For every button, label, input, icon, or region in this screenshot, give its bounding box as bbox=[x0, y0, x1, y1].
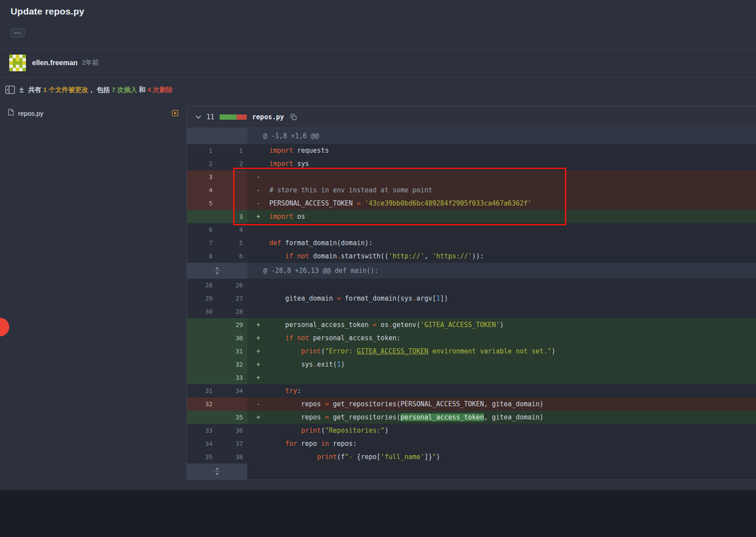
line-number-old[interactable]: 34 bbox=[187, 437, 217, 450]
copy-path-icon[interactable] bbox=[290, 114, 297, 121]
page-bottom-gap bbox=[0, 490, 756, 537]
line-number-new[interactable]: 2 bbox=[217, 157, 247, 170]
diff-row-hunk: @ -1,8 +1,6 @@ bbox=[187, 128, 756, 144]
diff-row-del: 32- repos = get_repositories(PERSONAL_AC… bbox=[187, 397, 756, 411]
line-number-new[interactable] bbox=[217, 170, 247, 184]
line-number-old[interactable]: 1 bbox=[187, 144, 217, 157]
line-number-new[interactable]: 36 bbox=[217, 424, 247, 437]
diff-row-ctx: 22import sys bbox=[187, 157, 756, 170]
line-number-old[interactable]: 2 bbox=[187, 157, 217, 170]
sidebar-file-item[interactable]: repos.py bbox=[5, 106, 182, 121]
code-line bbox=[269, 279, 756, 292]
hunk-header-text bbox=[247, 463, 756, 479]
stats-prefix: 共有 bbox=[28, 86, 43, 93]
diff-sign: + bbox=[247, 345, 269, 358]
line-number-new[interactable]: 38 bbox=[217, 450, 247, 463]
code-line: if not personal_access_token: bbox=[269, 331, 756, 345]
line-number-new[interactable]: 4 bbox=[217, 223, 247, 236]
file-tree-sidebar: repos.py bbox=[0, 106, 187, 121]
line-number-old[interactable]: 4 bbox=[187, 184, 217, 197]
line-number-new[interactable]: 29 bbox=[217, 318, 247, 331]
code-line bbox=[269, 223, 756, 236]
diff-sign bbox=[247, 144, 269, 157]
line-number-old[interactable] bbox=[187, 371, 217, 384]
diff-row-ctx: 3028 bbox=[187, 305, 756, 318]
line-number-new[interactable]: 34 bbox=[217, 384, 247, 397]
diff-sign bbox=[247, 250, 269, 263]
code-line: # store this in env instead at some poin… bbox=[269, 184, 756, 197]
line-number-old[interactable]: 32 bbox=[187, 397, 217, 411]
line-number-old[interactable] bbox=[187, 411, 217, 424]
code-line: import requests bbox=[269, 144, 756, 157]
line-number-old[interactable]: 5 bbox=[187, 197, 217, 210]
line-number-old[interactable]: 3 bbox=[187, 170, 217, 184]
line-number-old[interactable]: 35 bbox=[187, 450, 217, 463]
code-line: PERSONAL_ACCESS_TOKEN = '43ce39bb0bd6bc4… bbox=[269, 197, 756, 210]
code-line: repos = get_repositories(personal_access… bbox=[269, 411, 756, 424]
line-number-old[interactable]: 7 bbox=[187, 236, 217, 250]
diff-row-ctx: 86 if not domain.startswith(('http://', … bbox=[187, 250, 756, 263]
plus-minus-icon: ± bbox=[19, 85, 24, 95]
diff-row-ctx: 11import requests bbox=[187, 144, 756, 157]
file-tree-toggle-icon[interactable] bbox=[5, 85, 15, 94]
line-number-old[interactable] bbox=[187, 210, 217, 223]
commit-meta-row: ellen.freeman 2年前 bbox=[0, 48, 756, 77]
code-line bbox=[269, 371, 756, 384]
diff-panel: 11 repos.py @ -1,8 +1,6 @@11import reque… bbox=[187, 106, 756, 480]
diff-sign bbox=[247, 157, 269, 170]
line-number-old[interactable]: 29 bbox=[187, 292, 217, 305]
diff-row-del: 5-PERSONAL_ACCESS_TOKEN = '43ce39bb0bd6b… bbox=[187, 197, 756, 210]
line-number-new[interactable]: 35 bbox=[217, 411, 247, 424]
line-number-old[interactable] bbox=[187, 345, 217, 358]
line-number-new[interactable]: 30 bbox=[217, 331, 247, 345]
line-number-old[interactable]: 8 bbox=[187, 250, 217, 263]
diff-row-del: 3- bbox=[187, 170, 756, 184]
line-number-new[interactable]: 27 bbox=[217, 292, 247, 305]
line-number-new[interactable] bbox=[217, 197, 247, 210]
line-number-new[interactable] bbox=[217, 184, 247, 197]
diff-row-ctx: 3538 print(f"- {repo['full_name']}") bbox=[187, 450, 756, 463]
line-number-old[interactable] bbox=[187, 358, 217, 371]
line-number-new[interactable]: 28 bbox=[217, 305, 247, 318]
line-number-new[interactable]: 5 bbox=[217, 236, 247, 250]
stats-files-changed: 1 个文件被更改 bbox=[43, 86, 88, 93]
line-number-new[interactable]: 6 bbox=[217, 250, 247, 263]
diff-sign bbox=[247, 279, 269, 292]
line-number-new[interactable]: 1 bbox=[217, 144, 247, 157]
diff-row-add: 33+ bbox=[187, 371, 756, 384]
expand-lines-icon[interactable] bbox=[187, 263, 247, 279]
expand-lines-icon[interactable] bbox=[187, 463, 247, 479]
more-button[interactable]: ··· bbox=[11, 28, 25, 37]
page-title: Update repos.py bbox=[11, 6, 745, 17]
commit-author[interactable]: ellen.freeman bbox=[32, 59, 77, 67]
code-line bbox=[269, 305, 756, 318]
line-number-new[interactable]: 3 bbox=[217, 210, 247, 223]
code-line: if not domain.startswith(('http://', 'ht… bbox=[269, 250, 756, 263]
line-number-old[interactable]: 33 bbox=[187, 424, 217, 437]
diff-sign bbox=[247, 424, 269, 437]
line-number-old[interactable] bbox=[187, 331, 217, 345]
line-number-new[interactable]: 32 bbox=[217, 358, 247, 371]
diff-sign: + bbox=[247, 331, 269, 345]
diff-sign bbox=[247, 450, 269, 463]
diff-sign: + bbox=[247, 411, 269, 424]
line-number-new[interactable]: 33 bbox=[217, 371, 247, 384]
line-number-old[interactable]: 6 bbox=[187, 223, 217, 236]
diff-row-add: 31+ print("Error: GITEA_ACCESS_TOKEN env… bbox=[187, 345, 756, 358]
diff-stats-bar: ± 共有 1 个文件被更改， 包括 7 次插入 和 4 次删除 bbox=[0, 77, 756, 102]
chevron-down-icon[interactable] bbox=[196, 115, 201, 119]
line-number-old[interactable]: 31 bbox=[187, 384, 217, 397]
commit-time: 2年前 bbox=[82, 59, 99, 67]
line-number-new[interactable] bbox=[217, 397, 247, 411]
diff-row-ctx: 3437 for repo in repos: bbox=[187, 437, 756, 450]
stat-bar-deletions bbox=[237, 114, 247, 120]
avatar[interactable] bbox=[9, 55, 26, 71]
line-number-new[interactable]: 26 bbox=[217, 279, 247, 292]
line-number-new[interactable]: 37 bbox=[217, 437, 247, 450]
line-number-new[interactable]: 31 bbox=[217, 345, 247, 358]
line-number-old[interactable]: 30 bbox=[187, 305, 217, 318]
identicon-image bbox=[9, 55, 26, 71]
diff-row-del: 4-# store this in env instead at some po… bbox=[187, 184, 756, 197]
line-number-old[interactable] bbox=[187, 318, 217, 331]
line-number-old[interactable]: 28 bbox=[187, 279, 217, 292]
